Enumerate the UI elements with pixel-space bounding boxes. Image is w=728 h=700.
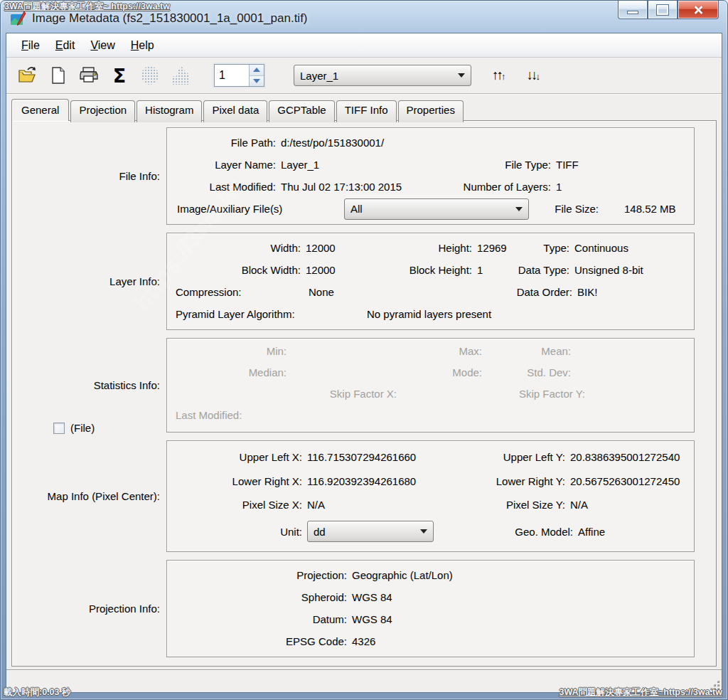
close-icon (693, 5, 703, 15)
projection-value: Geographic (Lat/Lon) (347, 569, 453, 581)
window-body: File Edit View Help (6, 33, 722, 693)
layer-name-label: Layer Name: (173, 159, 276, 171)
spheroid-label: Spheroid: (173, 591, 347, 603)
pixel-size-y-label: Pixel Size Y: (476, 499, 565, 511)
tab-properties[interactable]: Properties (398, 100, 464, 122)
upper-left-y-label: Upper Left Y: (476, 451, 565, 463)
std-dev-label: Std. Dev: (173, 366, 571, 378)
data-order-label: Data Order: (533, 286, 572, 298)
type-label: Type: (530, 242, 569, 254)
minimize-button[interactable] (618, 1, 648, 19)
dotted-blob-icon (141, 66, 159, 85)
file-path-label: File Path: (173, 137, 276, 149)
data-order-value: BIK! (572, 286, 597, 298)
title-bar[interactable]: Image Metadata (fs2_151830001_1a_0001_pa… (1, 1, 727, 33)
projection-label: Projection: (173, 569, 347, 581)
resize-grip-icon[interactable] (710, 681, 719, 690)
layer-info-groupbox: Width: 12000 Height: 12969 Type: Continu… (166, 233, 695, 330)
chevron-down-icon (458, 73, 465, 78)
upper-left-y-value: 20.8386395001272540 (565, 451, 680, 463)
move-layer-up-button[interactable]: ↑↑↑ (492, 68, 506, 83)
pyramid-layer-algorithm-label: Pyramid Layer Algorithm: (173, 308, 306, 320)
unit-select-value: dd (314, 526, 326, 538)
app-icon (9, 10, 26, 27)
down-arrow-small-icon: ↓ (536, 71, 541, 82)
tab-general[interactable]: General (11, 99, 69, 121)
compression-label: Compression: (173, 286, 304, 298)
tab-tiff-info[interactable]: TIFF Info (336, 100, 397, 122)
menu-bar: File Edit View Help (6, 33, 722, 58)
status-bar (6, 669, 722, 692)
spheroid-value: WGS 84 (347, 591, 392, 603)
maximize-button[interactable] (648, 1, 678, 19)
menu-view[interactable]: View (82, 36, 122, 55)
open-file-button[interactable] (18, 65, 38, 85)
file-statistics-checkbox-row: (File) (53, 422, 95, 434)
file-type-label: File Type: (451, 159, 551, 171)
pixel-cloud-disabled-icon[interactable] (140, 65, 160, 85)
height-label: Height: (380, 242, 472, 254)
aux-files-label: Image/Auxiliary File(s) (173, 203, 298, 215)
statistics-info-section: Statistics Info: (File) Min: Max: Mean: … (12, 338, 695, 433)
tab-histogram[interactable]: Histogram (136, 100, 202, 122)
new-document-button[interactable] (48, 65, 68, 85)
up-arrow-small-icon: ↑ (501, 71, 506, 82)
aux-files-select[interactable]: All (344, 198, 529, 220)
layer-info-section: Layer Info: Width: 12000 Height: 12969 T… (12, 233, 695, 330)
last-modified-value: Thu Jul 02 17:13:00 2015 (276, 181, 451, 193)
statistics-sigma-button[interactable]: Σ (109, 65, 129, 85)
general-tab-panel: File Info: File Path: d:/test/po/1518300… (11, 120, 717, 667)
menu-edit[interactable]: Edit (48, 36, 83, 55)
file-info-groupbox: File Path: d:/test/po/151830001/ Layer N… (166, 127, 695, 225)
spinner-up-button[interactable] (250, 65, 264, 75)
number-of-layers-value: 1 (551, 181, 562, 193)
menu-file[interactable]: File (14, 36, 48, 55)
datum-label: Datum: (173, 613, 347, 625)
lower-right-y-value: 20.5675263001272450 (565, 475, 680, 487)
map-info-groupbox: Upper Left X: 116.715307294261660 Upper … (166, 440, 695, 552)
dotted-histogram-icon (172, 66, 189, 85)
file-statistics-checkbox[interactable] (53, 423, 65, 434)
layer-info-label: Layer Info: (109, 275, 160, 287)
aux-files-select-value: All (350, 203, 363, 215)
upper-left-x-value: 116.715307294261660 (302, 451, 476, 463)
chevron-down-icon (515, 207, 523, 211)
file-info-label: File Info: (119, 170, 160, 182)
spinner-down-button[interactable] (250, 75, 264, 87)
print-button[interactable] (79, 65, 99, 85)
width-value: 12000 (301, 242, 380, 254)
tab-pixel-data[interactable]: Pixel data (203, 100, 267, 122)
layer-select[interactable]: Layer_1 (294, 65, 471, 86)
block-height-label: Block Height: (380, 264, 472, 276)
stats-last-modified-label: Last Modified: (176, 409, 242, 421)
skip-factor-y-label: Skip Factor Y: (173, 388, 585, 400)
number-of-layers-label: Number of Layers: (451, 181, 551, 193)
toolbar: Σ 1 Layer_1 ↑↑↑ ↓↓↓ (6, 58, 722, 94)
unit-select[interactable]: dd (307, 521, 434, 542)
down-arrows-icon: ↓↓ (527, 68, 536, 83)
maximize-icon (657, 5, 668, 15)
up-triangle-icon (253, 68, 260, 72)
menu-help[interactable]: Help (123, 36, 162, 55)
compression-value: None (304, 286, 383, 298)
band-spinner-value[interactable]: 1 (215, 65, 249, 86)
projection-info-label: Projection Info: (89, 603, 160, 615)
up-arrows-icon: ↑↑ (492, 68, 501, 83)
file-info-section: File Info: File Path: d:/test/po/1518300… (12, 127, 695, 225)
epsg-code-value: 4326 (347, 635, 375, 647)
tab-gcptable[interactable]: GCPTable (269, 100, 334, 122)
move-layer-down-button[interactable]: ↓↓↓ (527, 68, 541, 83)
unit-label: Unit: (173, 526, 302, 538)
type-value: Continuous (569, 242, 628, 254)
tab-projection[interactable]: Projection (70, 100, 135, 122)
layer-select-value: Layer_1 (300, 70, 338, 82)
histogram-disabled-icon[interactable] (171, 65, 191, 85)
file-size-label: File Size: (539, 203, 599, 215)
band-spinner[interactable]: 1 (214, 64, 264, 87)
projection-info-section: Projection Info: Projection: Geographic … (12, 560, 695, 657)
last-modified-label: Last Modified: (173, 181, 276, 193)
window-frame: Image Metadata (fs2_151830001_1a_0001_pa… (0, 0, 728, 700)
minimize-icon (627, 11, 638, 14)
close-button[interactable] (678, 1, 719, 19)
block-width-value: 12000 (301, 264, 380, 276)
